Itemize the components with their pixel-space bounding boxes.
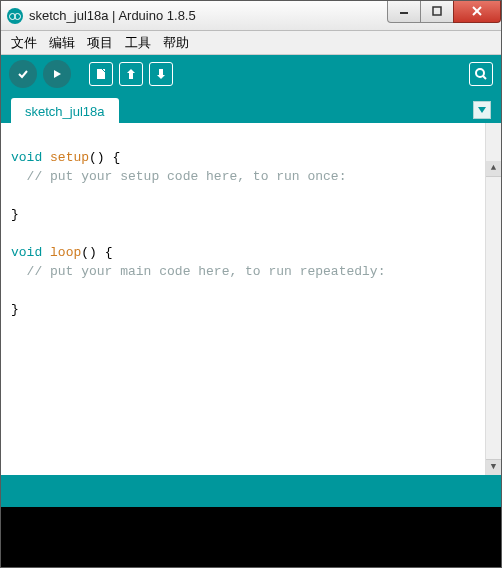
svg-line-9	[483, 76, 486, 79]
vertical-scrollbar[interactable]: ▲ ▼	[485, 123, 501, 475]
menu-tools[interactable]: 工具	[121, 32, 155, 54]
serial-monitor-button[interactable]	[469, 62, 493, 86]
tab-label: sketch_jul18a	[25, 104, 105, 119]
keyword-void: void	[11, 245, 42, 260]
app-window: sketch_jul18a | Arduino 1.8.5 文件 编辑 项目 工…	[0, 0, 502, 568]
svg-point-8	[476, 69, 484, 77]
code-text: () {	[81, 245, 112, 260]
console-output[interactable]	[1, 507, 501, 567]
chevron-down-icon	[478, 107, 486, 113]
menu-project[interactable]: 项目	[83, 32, 117, 54]
code-editor[interactable]: void setup() { // put your setup code he…	[1, 123, 501, 475]
svg-rect-1	[433, 7, 441, 15]
menubar: 文件 编辑 项目 工具 帮助	[1, 31, 501, 55]
tab-sketch[interactable]: sketch_jul18a	[11, 98, 119, 123]
upload-button[interactable]	[43, 60, 71, 88]
toolbar	[1, 55, 501, 93]
close-button[interactable]	[453, 1, 501, 23]
code-text: }	[11, 207, 19, 222]
code-text: }	[11, 302, 19, 317]
titlebar[interactable]: sketch_jul18a | Arduino 1.8.5	[1, 1, 501, 31]
menu-file[interactable]: 文件	[7, 32, 41, 54]
window-buttons	[388, 1, 501, 23]
new-button[interactable]	[89, 62, 113, 86]
comment: // put your main code here, to run repea…	[11, 264, 385, 279]
svg-marker-6	[127, 69, 135, 79]
menu-help[interactable]: 帮助	[159, 32, 193, 54]
code-text: () {	[89, 150, 120, 165]
maximize-button[interactable]	[420, 1, 454, 23]
menu-edit[interactable]: 编辑	[45, 32, 79, 54]
svg-marker-10	[478, 107, 486, 113]
func-loop: loop	[50, 245, 81, 260]
window-title: sketch_jul18a | Arduino 1.8.5	[29, 8, 388, 23]
svg-marker-7	[157, 69, 165, 79]
verify-button[interactable]	[9, 60, 37, 88]
minimize-button[interactable]	[387, 1, 421, 23]
svg-marker-4	[54, 70, 61, 78]
comment: // put your setup code here, to run once…	[11, 169, 346, 184]
open-button[interactable]	[119, 62, 143, 86]
keyword-void: void	[11, 150, 42, 165]
arduino-icon	[7, 8, 23, 24]
save-button[interactable]	[149, 62, 173, 86]
status-bar	[1, 475, 501, 507]
func-setup: setup	[50, 150, 89, 165]
tab-dropdown-button[interactable]	[473, 101, 491, 119]
scroll-up-button[interactable]: ▲	[486, 161, 501, 177]
tabbar: sketch_jul18a	[1, 93, 501, 123]
scroll-down-button[interactable]: ▼	[486, 459, 501, 475]
